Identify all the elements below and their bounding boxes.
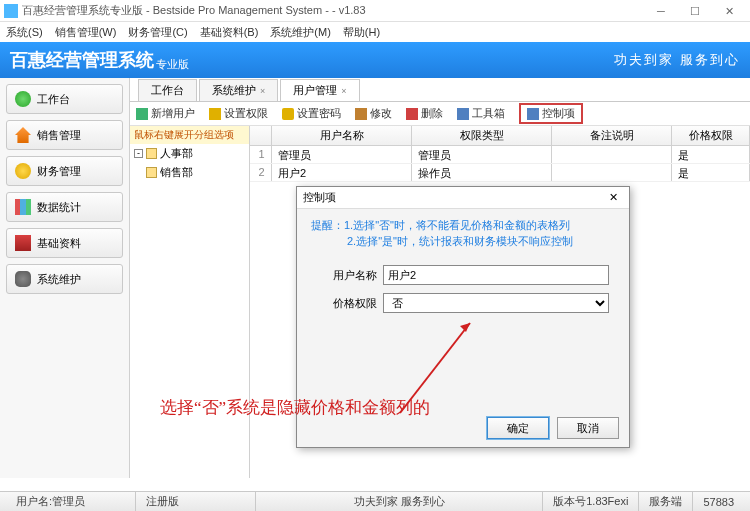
edit-button[interactable]: 修改 [355,106,392,121]
tab-bar: 工作台 系统维护× 用户管理× [130,78,750,102]
dialog-hint: 提醒：1.选择"否"时，将不能看见价格和金额的表格列 2.选择"是"时，统计报表… [297,209,629,257]
minimize-button[interactable]: ─ [644,1,678,21]
sidebar: 工作台 销售管理 财务管理 数据统计 基础资料 系统维护 [0,78,130,478]
banner-title: 百惠经营管理系统 [10,48,154,72]
banner: 百惠经营管理系统 专业版 功夫到家 服务到心 [0,42,750,78]
menu-maint[interactable]: 系统维护(M) [270,25,331,40]
tab-close-icon[interactable]: × [260,86,265,96]
house-icon [15,127,31,143]
pencil-icon [355,108,367,120]
delete-icon [406,108,418,120]
window-title: 百惠经营管理系统专业版 - Bestside Pro Management Sy… [22,3,644,18]
cancel-button[interactable]: 取消 [557,417,619,439]
banner-right: 功夫到家 服务到心 [614,51,740,69]
tab-users[interactable]: 用户管理× [280,79,359,101]
tree-item[interactable]: 销售部 [130,163,249,182]
menu-system[interactable]: 系统(S) [6,25,43,40]
check-icon [15,91,31,107]
folder-icon [146,148,157,159]
menu-sales[interactable]: 销售管理(W) [55,25,117,40]
toolbox-icon [457,108,469,120]
maximize-button[interactable]: ☐ [678,1,712,21]
status-bar: 用户名:管理员 注册版 功夫到家 服务到心 版本号1.83Fexi 服务端 57… [0,491,750,511]
control-button[interactable]: 控制项 [519,103,583,124]
perm-select[interactable]: 否 [383,293,609,313]
sidebar-item-stats[interactable]: 数据统计 [6,192,123,222]
sidebar-item-maint[interactable]: 系统维护 [6,264,123,294]
delete-button[interactable]: 删除 [406,106,443,121]
col-username[interactable]: 用户名称 [272,126,412,145]
tab-close-icon[interactable]: × [341,86,346,96]
app-icon [4,4,18,18]
set-perm-button[interactable]: 设置权限 [209,106,268,121]
menubar: 系统(S) 销售管理(W) 财务管理(C) 基础资料(B) 系统维护(M) 帮助… [0,22,750,42]
lock-icon [282,108,294,120]
add-user-button[interactable]: 新增用户 [136,106,195,121]
toolbar: 新增用户 设置权限 设置密码 修改 删除 工具箱 控制项 [130,102,750,126]
chart-icon [15,199,31,215]
minus-icon: - [134,149,143,158]
user-label: 用户名称 [317,268,377,283]
gear-icon [15,271,31,287]
key-icon [209,108,221,120]
col-note[interactable]: 备注说明 [552,126,672,145]
sidebar-item-workbench[interactable]: 工作台 [6,84,123,114]
set-pwd-button[interactable]: 设置密码 [282,106,341,121]
close-button[interactable]: ✕ [712,1,746,21]
table-row[interactable]: 2 用户2 操作员 是 [250,164,750,182]
sidebar-item-sales[interactable]: 销售管理 [6,120,123,150]
dialog-close-button[interactable]: ✕ [603,191,623,204]
sidebar-item-base[interactable]: 基础资料 [6,228,123,258]
banner-sub: 专业版 [156,57,189,72]
control-icon [527,108,539,120]
plus-icon [136,108,148,120]
menu-help[interactable]: 帮助(H) [343,25,380,40]
perm-label: 价格权限 [317,296,377,311]
book-icon [15,235,31,251]
menu-base[interactable]: 基础资料(B) [200,25,259,40]
table-row[interactable]: 1 管理员 管理员 是 [250,146,750,164]
dialog-title: 控制项 [303,190,336,205]
tree-hint: 鼠标右键展开分组选项 [130,126,249,144]
tab-workbench[interactable]: 工作台 [138,79,197,101]
sidebar-item-finance[interactable]: 财务管理 [6,156,123,186]
toolbox-button[interactable]: 工具箱 [457,106,505,121]
col-permtype[interactable]: 权限类型 [412,126,552,145]
tree-root[interactable]: -人事部 [130,144,249,163]
ok-button[interactable]: 确定 [487,417,549,439]
menu-finance[interactable]: 财务管理(C) [128,25,187,40]
folder-icon [146,167,157,178]
group-tree: 鼠标右键展开分组选项 -人事部 销售部 [130,126,250,478]
user-field[interactable] [383,265,609,285]
annotation-text: 选择“否”系统是隐藏价格和金额列的 [160,396,430,419]
coin-icon [15,163,31,179]
col-num[interactable] [250,126,272,145]
tab-maint[interactable]: 系统维护× [199,79,278,101]
col-price[interactable]: 价格权限 [672,126,750,145]
